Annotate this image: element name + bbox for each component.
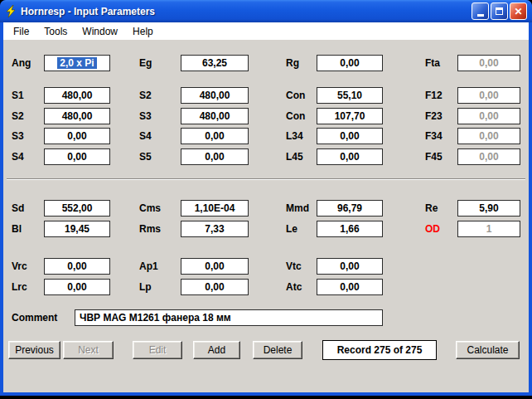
l34-input[interactable]: 0,00: [317, 128, 383, 144]
sd-input[interactable]: 552,00: [44, 200, 110, 217]
add-button[interactable]: Add: [193, 341, 240, 359]
maximize-button[interactable]: [491, 2, 508, 20]
s3b-label: S3: [12, 130, 24, 142]
vtc-input[interactable]: 0,00: [317, 258, 383, 275]
s2b-input[interactable]: 480,00: [44, 108, 110, 124]
previous-button[interactable]: Previous: [8, 341, 60, 359]
comment-input[interactable]: ЧВР MAG М1261 фанера 18 мм: [75, 309, 383, 326]
f34-label: F34: [425, 130, 443, 142]
atc-label: Atc: [286, 281, 302, 293]
cms-input[interactable]: 1,10E-04: [181, 200, 249, 217]
f34-input: 0,00: [457, 128, 520, 144]
edit-button: Edit: [133, 341, 182, 359]
mmd-input[interactable]: 96,79: [317, 200, 383, 217]
fta-label: Fta: [425, 57, 440, 69]
f23-input: 0,00: [457, 108, 520, 124]
le-label: Le: [286, 223, 297, 235]
s3a-label: S3: [139, 110, 152, 122]
window-controls: ✕: [472, 2, 527, 20]
ap1-label: Ap1: [139, 260, 158, 272]
l45-input[interactable]: 0,00: [317, 148, 383, 165]
f12-label: F12: [425, 90, 443, 101]
comment-label: Comment: [12, 312, 57, 324]
lp-input[interactable]: 0,00: [181, 279, 249, 295]
close-button[interactable]: ✕: [510, 2, 527, 20]
cms-label: Cms: [139, 202, 161, 214]
ap1-input[interactable]: 0,00: [181, 258, 249, 275]
s3b-input[interactable]: 0,00: [44, 128, 110, 144]
minimize-icon: [477, 14, 484, 17]
titlebar: Hornresp - Input Parameters ✕: [0, 0, 532, 22]
rg-label: Rg: [286, 57, 299, 69]
s4b-label: S4: [12, 151, 24, 163]
vrc-input[interactable]: 0,00: [44, 258, 110, 275]
f45-label: F45: [425, 151, 443, 163]
con12-input[interactable]: 55,10: [317, 87, 383, 104]
atc-input[interactable]: 0,00: [317, 279, 383, 295]
s4a-input[interactable]: 0,00: [181, 128, 249, 144]
menu-help[interactable]: Help: [125, 24, 161, 39]
s4a-label: S4: [139, 130, 152, 142]
close-icon: ✕: [514, 7, 522, 17]
eg-input[interactable]: 63,25: [181, 55, 249, 71]
minimize-button[interactable]: [472, 2, 489, 20]
le-input[interactable]: 1,66: [317, 221, 383, 237]
s1-input[interactable]: 480,00: [44, 87, 110, 104]
vrc-label: Vrc: [12, 260, 27, 272]
s5-label: S5: [139, 151, 152, 163]
s2a-input[interactable]: 480,00: [181, 87, 249, 104]
rms-label: Rms: [139, 223, 161, 235]
od-label: OD: [425, 223, 440, 235]
fta-input: 0,00: [457, 55, 520, 71]
f12-input: 0,00: [457, 87, 520, 104]
record-indicator: Record 275 of 275: [322, 340, 437, 360]
s3a-input[interactable]: 480,00: [181, 108, 249, 124]
next-button: Next: [63, 341, 114, 359]
mmd-label: Mmd: [286, 202, 309, 214]
lrc-label: Lrc: [12, 281, 27, 293]
rg-input[interactable]: 0,00: [317, 55, 383, 71]
ang-value: 2,0 x Pi: [57, 57, 96, 69]
con12-label: Con: [286, 90, 305, 101]
sd-label: Sd: [12, 202, 24, 214]
menu-window[interactable]: Window: [75, 24, 125, 39]
s5-input[interactable]: 0,00: [181, 148, 249, 165]
l45-label: L45: [286, 151, 303, 163]
section-separator: [7, 178, 525, 180]
bl-label: Bl: [12, 223, 22, 235]
lp-label: Lp: [139, 281, 152, 293]
rms-input[interactable]: 7,33: [181, 221, 249, 237]
bl-input[interactable]: 19,45: [44, 221, 110, 237]
l34-label: L34: [286, 130, 303, 142]
con23-label: Con: [286, 110, 305, 122]
calculate-button[interactable]: Calculate: [456, 341, 520, 359]
ang-label: Ang: [12, 57, 31, 69]
con23-input[interactable]: 107,70: [317, 108, 383, 124]
lrc-input[interactable]: 0,00: [44, 279, 110, 295]
delete-button[interactable]: Delete: [253, 341, 302, 359]
menu-tools[interactable]: Tools: [36, 24, 75, 39]
s2b-label: S2: [12, 110, 24, 122]
menubar: File Tools Window Help: [3, 22, 529, 40]
f23-label: F23: [425, 110, 443, 122]
hornresp-window: Hornresp - Input Parameters ✕ File Tools…: [0, 0, 532, 396]
s1-label: S1: [12, 90, 24, 101]
ang-input[interactable]: 2,0 x Pi: [44, 55, 110, 71]
maximize-icon: [496, 7, 503, 15]
s4b-input[interactable]: 0,00: [44, 148, 110, 165]
window-title: Hornresp - Input Parameters: [21, 6, 472, 17]
app-icon: [4, 5, 17, 18]
re-label: Re: [425, 202, 438, 214]
eg-label: Eg: [139, 57, 152, 69]
od-input: 1: [457, 221, 520, 237]
s2a-label: S2: [139, 90, 152, 101]
vtc-label: Vtc: [286, 260, 302, 272]
menu-file[interactable]: File: [6, 24, 36, 39]
f45-input: 0,00: [457, 148, 520, 165]
re-input[interactable]: 5,90: [457, 200, 520, 217]
